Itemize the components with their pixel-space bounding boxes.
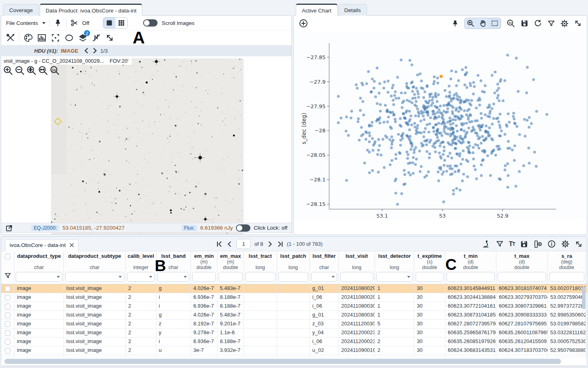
column-header-lsst_detector[interactable]: lsst_detectorlong [375, 251, 414, 284]
column-header-lsst_filter[interactable]: lsst_filterchar [310, 251, 339, 284]
row-checkbox[interactable] [5, 339, 10, 345]
page-number-input[interactable] [236, 239, 251, 249]
column-header-calib_level[interactable]: calib_levelinteger [126, 251, 156, 284]
column-filter-input[interactable] [416, 272, 444, 282]
table-row[interactable]: imagelsst.visit_image2y9.278e-71.1e-6y_0… [1, 329, 587, 337]
column-filter-input[interactable] [278, 272, 308, 282]
scissors-icon[interactable] [70, 19, 78, 27]
table-row[interactable]: imagelsst.visit_image2i6.936e-78.188e-7i… [1, 302, 587, 311]
layers-icon[interactable]: 2 [78, 33, 88, 43]
add-column-icon[interactable] [533, 240, 542, 249]
column-header-dataproduct_subtype[interactable]: dataproduct_subtypechar [64, 251, 126, 284]
chevron-down-icon[interactable] [407, 276, 410, 278]
scatter-chart[interactable]: 53.15352.9−27.85−27.9−27.95−28−28.05−28.… [294, 31, 587, 219]
row-checkbox[interactable] [5, 312, 10, 318]
zoom-original-icon[interactable]: 1x [506, 19, 515, 28]
last-page-icon[interactable] [277, 241, 283, 247]
text-view-icon[interactable]: TT [509, 241, 515, 248]
filter-icon[interactable] [496, 240, 504, 248]
column-filter-input[interactable] [192, 272, 216, 282]
prev-page-icon[interactable] [226, 241, 233, 247]
flux-chip[interactable]: Flux: [182, 225, 197, 231]
file-contents-dropdown[interactable]: File Contents [6, 20, 38, 26]
column-filter-input[interactable] [245, 272, 275, 282]
click-lock-toggle[interactable] [236, 224, 250, 232]
column-filter-input[interactable] [340, 272, 373, 282]
scissors-state-label[interactable]: Off [82, 20, 90, 26]
column-header-t_exptime[interactable]: t_exptime(s)double [414, 251, 445, 284]
compass-north-off-icon[interactable] [92, 33, 101, 43]
expand-viewer-icon[interactable] [5, 224, 13, 232]
table-row[interactable]: imagelsst.visit_image2i6.936e-78.188e-7i… [1, 293, 587, 302]
scroll-images-toggle[interactable] [143, 19, 158, 27]
chevron-down-icon[interactable] [57, 276, 60, 278]
save-icon[interactable] [520, 19, 529, 27]
star-field-image[interactable] [51, 58, 244, 234]
column-header-em_min[interactable]: em_min(m)double [191, 251, 217, 284]
chevron-down-icon[interactable] [184, 276, 187, 278]
tab-active-chart[interactable]: Active Chart [296, 4, 338, 16]
chevron-down-icon[interactable] [149, 276, 152, 278]
next-page-icon[interactable] [267, 241, 273, 247]
column-filter-input[interactable] [65, 272, 124, 282]
table-row[interactable]: imagelsst.visit_image2u3e-73.932e-7u_022… [1, 346, 587, 355]
column-filter-input[interactable] [16, 272, 62, 282]
column-header-dataproduct_type[interactable]: dataproduct_typechar [14, 251, 64, 284]
row-checkbox[interactable] [5, 330, 10, 336]
table-search-icon[interactable] [482, 240, 491, 249]
scatter-plot-svg[interactable]: 53.15352.9−27.85−27.9−27.95−28−28.05−28.… [294, 31, 587, 219]
stretch-histogram-icon[interactable] [37, 33, 47, 43]
grid-view-button[interactable] [115, 18, 127, 28]
chevron-down-icon[interactable] [42, 22, 45, 24]
row-checkbox[interactable] [5, 304, 10, 309]
column-header-t_max[interactable]: t_max(d)double [496, 251, 548, 284]
column-header-s_ra[interactable]: s_ra(deg)double [548, 251, 586, 284]
filter-icon[interactable] [547, 20, 555, 27]
chevron-down-icon[interactable] [119, 276, 122, 278]
zoom-1x-icon[interactable]: 1x [49, 65, 60, 76]
tools-icon[interactable] [6, 33, 15, 42]
first-page-icon[interactable] [216, 241, 223, 247]
color-palette-icon[interactable] [23, 33, 33, 43]
close-icon[interactable] [70, 243, 74, 247]
column-filter-input[interactable] [549, 272, 584, 282]
fits-image-display[interactable]: visit_image - g - CC_O_20241108_00029...… [1, 56, 291, 234]
zoom-in-icon[interactable] [3, 65, 14, 76]
row-checkbox[interactable] [5, 321, 10, 327]
zoom-fit-icon[interactable] [26, 65, 37, 76]
tab-data-product[interactable]: Data Product: ivoa.ObsCore - data-int [40, 4, 143, 16]
hdu-prev-icon[interactable] [84, 47, 89, 54]
expand-icon[interactable] [105, 33, 114, 42]
settings-gear-icon[interactable] [561, 240, 570, 248]
zoom-out-icon[interactable] [14, 65, 25, 76]
expand-icon[interactable] [574, 19, 582, 27]
chevron-down-icon[interactable] [332, 276, 335, 278]
row-checkbox[interactable] [5, 295, 10, 300]
settings-gear-icon[interactable] [560, 19, 569, 28]
zoom-fill-icon[interactable] [38, 65, 49, 76]
row-checkbox[interactable] [5, 348, 10, 354]
table-row[interactable]: imagelsst.visit_image2g4.026e-75.483e-7g… [1, 284, 587, 293]
scrollbar-thumb[interactable] [4, 359, 561, 364]
save-icon[interactable] [520, 240, 528, 248]
column-filter-input[interactable] [498, 272, 546, 282]
vertical-scrollbar-thumb[interactable] [582, 287, 586, 309]
column-header-lsst_visit[interactable]: lsst_visitlong [339, 251, 375, 284]
table-row[interactable]: imagelsst.visit_image2z8.192e-79.201e-7z… [1, 320, 587, 329]
restore-chart-icon[interactable] [534, 19, 542, 28]
pushpin-icon[interactable] [54, 19, 62, 27]
table-tab[interactable]: ivoa.ObsCore - data-int [5, 239, 78, 251]
tab-details[interactable]: Details [338, 4, 367, 16]
add-chart-icon[interactable] [299, 19, 308, 28]
table-row[interactable]: imagelsst.visit_image2i6.936e-78.188e-7i… [1, 337, 587, 346]
hdu-next-icon[interactable] [92, 47, 98, 54]
column-header-em_max[interactable]: em_max(m)double [217, 251, 244, 284]
select-region-icon[interactable] [64, 33, 74, 43]
row-checkbox[interactable] [5, 286, 10, 292]
single-view-button[interactable] [103, 18, 115, 28]
rect-select-icon[interactable] [489, 18, 501, 29]
horizontal-scrollbar[interactable] [1, 357, 587, 366]
select-all-checkbox[interactable] [5, 254, 10, 259]
highlighted-point[interactable] [439, 75, 443, 78]
zoom-select-icon[interactable] [465, 18, 477, 29]
